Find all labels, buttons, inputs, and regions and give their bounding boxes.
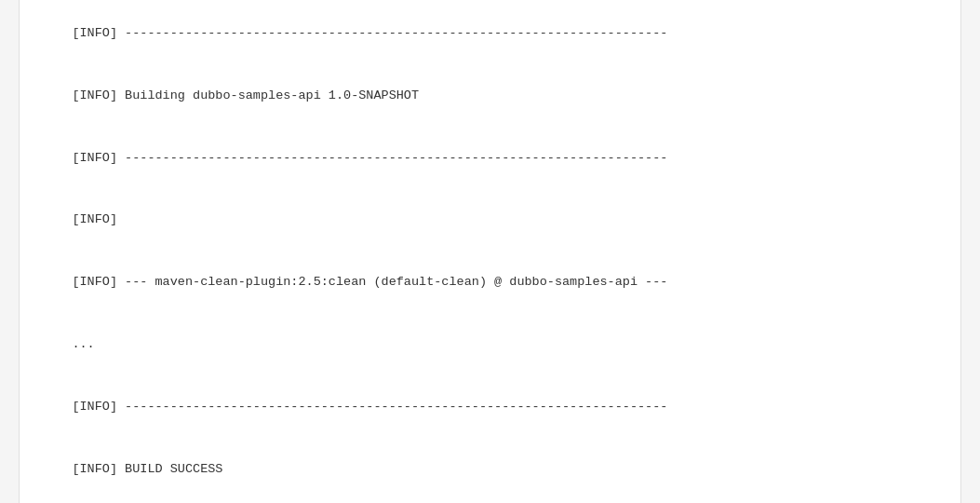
terminal-line-11: ... [42,314,938,376]
info-8: [INFO] ---------------------------------… [72,151,667,165]
terminal-line-13: [INFO] BUILD SUCCESS [42,438,938,500]
terminal-line-7: [INFO] Building dubbo-samples-api 1.0-SN… [42,65,938,128]
terminal-line-8: [INFO] ---------------------------------… [42,127,938,189]
terminal-line-10: [INFO] --- maven-clean-plugin:2.5:clean … [42,252,938,314]
info-6: [INFO] ---------------------------------… [72,26,667,40]
info-11: ... [72,337,94,351]
info-9: [INFO] [72,212,117,226]
info-12: [INFO] ---------------------------------… [72,400,667,414]
info-7: [INFO] Building dubbo-samples-api 1.0-SN… [72,88,419,102]
terminal-line-12: [INFO] ---------------------------------… [42,376,938,439]
terminal-line-9: [INFO] [42,189,938,252]
terminal-container: $ git clone https://github.com/dubbo/dub… [19,0,961,503]
info-13: [INFO] BUILD SUCCESS [72,462,222,476]
info-10: [INFO] --- maven-clean-plugin:2.5:clean … [72,275,667,289]
terminal-line-6: [INFO] ---------------------------------… [42,3,938,65]
